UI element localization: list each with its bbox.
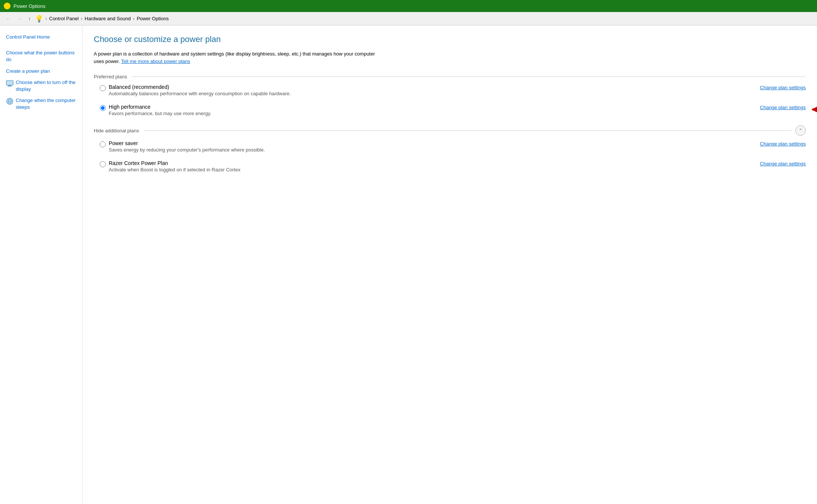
plan-desc-balanced: Automatically balances performance with … [109, 91, 753, 96]
title-bar-icon [4, 3, 10, 9]
sidebar: Control Panel Home Choose what the power… [0, 26, 82, 504]
plan-item-high-performance: High performance Favors performance, but… [94, 104, 806, 116]
additional-plans-label: Hide additional plans [94, 128, 139, 134]
sidebar-item-display-off[interactable]: Choose when to turn off the display [0, 77, 82, 95]
plan-radio-wrap-power-saver: Power saver Saves energy by reducing you… [100, 140, 753, 153]
change-settings-balanced[interactable]: Change plan settings [760, 85, 806, 90]
preferred-plans-header: Preferred plans [94, 74, 806, 80]
change-settings-high-performance[interactable]: Change plan settings [760, 105, 806, 110]
tell-me-more-link[interactable]: Tell me more about power plans [121, 58, 190, 64]
svg-rect-1 [8, 85, 11, 86]
breadcrumb-current: Power Options [137, 16, 169, 21]
plan-name-power-saver[interactable]: Power saver [109, 140, 138, 146]
plan-info-razer-cortex: Razer Cortex Power Plan Activate when Bo… [109, 160, 753, 172]
breadcrumb-control-panel[interactable]: Control Panel [49, 16, 79, 21]
plan-radio-wrap-balanced: Balanced (recommended) Automatically bal… [100, 84, 753, 96]
plan-name-high-performance[interactable]: High performance [109, 104, 150, 110]
title-bar-text: Power Options [13, 3, 45, 9]
plan-radio-wrap-razer-cortex: Razer Cortex Power Plan Activate when Bo… [100, 160, 753, 172]
sidebar-item-create-plan[interactable]: Create a power plan [0, 66, 82, 77]
globe-icon [6, 98, 13, 105]
back-button[interactable]: ← [4, 15, 13, 22]
sidebar-item-sleep-label: Change when the computer sleeps [16, 97, 78, 111]
sidebar-item-control-panel-home[interactable]: Control Panel Home [0, 32, 82, 43]
main-container: Control Panel Home Choose what the power… [0, 26, 817, 504]
plan-name-razer-cortex[interactable]: Razer Cortex Power Plan [109, 160, 168, 166]
svg-rect-0 [6, 81, 13, 85]
sidebar-item-power-buttons[interactable]: Choose what the power buttons do [0, 47, 82, 65]
breadcrumb-sep-2: › [81, 16, 82, 21]
content-area: Choose or customize a power plan A power… [82, 26, 817, 504]
plan-radio-wrap-high-performance: High performance Favors performance, but… [100, 104, 753, 116]
description: A power plan is a collection of hardware… [94, 50, 386, 65]
sidebar-item-display-off-label: Choose when to turn off the display [16, 79, 78, 93]
radio-razer-cortex[interactable] [100, 161, 106, 167]
plan-info-balanced: Balanced (recommended) Automatically bal… [109, 84, 753, 96]
display-icon [6, 80, 13, 87]
change-settings-power-saver[interactable]: Change plan settings [760, 141, 806, 147]
collapse-additional-plans-button[interactable]: ⌃ [795, 125, 806, 136]
additional-plans-line [144, 130, 792, 131]
radio-balanced[interactable] [100, 85, 106, 91]
radio-power-saver[interactable] [100, 141, 106, 147]
breadcrumb-sep-3: › [133, 16, 135, 21]
address-bar: ← → ↑ 💡 › Control Panel › Hardware and S… [0, 12, 817, 26]
plan-info-high-performance: High performance Favors performance, but… [109, 104, 753, 116]
radio-high-performance[interactable] [100, 105, 106, 111]
plan-item-power-saver: Power saver Saves energy by reducing you… [94, 140, 806, 153]
plan-desc-power-saver: Saves energy by reducing your computer's… [109, 147, 753, 153]
svg-marker-9 [811, 106, 817, 113]
additional-plans-header: Hide additional plans ⌃ [94, 125, 806, 136]
title-bar: Power Options [0, 0, 817, 12]
preferred-plans-line [132, 76, 806, 77]
plan-item-balanced: Balanced (recommended) Automatically bal… [94, 84, 806, 96]
preferred-plans-label: Preferred plans [94, 74, 127, 80]
up-button[interactable]: ↑ [26, 15, 33, 22]
plan-desc-high-performance: Favors performance, but may use more ene… [109, 111, 753, 116]
red-arrow-annotation [791, 100, 817, 123]
svg-rect-2 [7, 86, 12, 87]
sidebar-item-sleep[interactable]: Change when the computer sleeps [0, 95, 82, 113]
plan-desc-razer-cortex: Activate when Boost is toggled on if sel… [109, 167, 753, 172]
plan-info-power-saver: Power saver Saves energy by reducing you… [109, 140, 753, 153]
plan-name-balanced[interactable]: Balanced (recommended) [109, 84, 169, 90]
breadcrumb-hardware-sound[interactable]: Hardware and Sound [85, 16, 131, 21]
page-title: Choose or customize a power plan [94, 34, 806, 44]
breadcrumb-sep-1: › [45, 16, 47, 21]
plan-item-razer-cortex: Razer Cortex Power Plan Activate when Bo… [94, 160, 806, 172]
forward-button[interactable]: → [15, 15, 24, 22]
change-settings-razer-cortex[interactable]: Change plan settings [760, 161, 806, 166]
